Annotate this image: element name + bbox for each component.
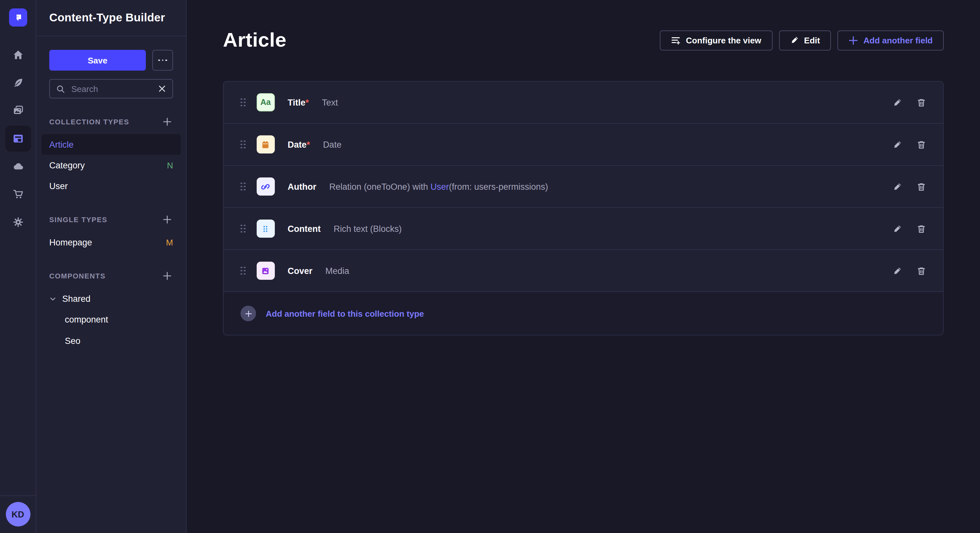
field-row-cover: Cover Media (224, 250, 943, 292)
sidebar-item-article[interactable]: Article (41, 134, 181, 155)
nav-deploy-cloud[interactable] (5, 154, 31, 179)
media-library-icon (12, 105, 24, 117)
field-row-title: Aa Title* Text (224, 82, 943, 124)
drag-handle[interactable] (240, 182, 246, 191)
main-content: Article Configure the view Edit (187, 0, 980, 533)
sidebar-item-component[interactable]: component (41, 309, 181, 330)
edit-field-button[interactable] (892, 140, 902, 149)
required-asterisk: * (307, 140, 310, 149)
edit-field-button[interactable] (892, 224, 902, 233)
components-list: Shared component Seo (41, 288, 181, 352)
trash-icon (916, 266, 926, 276)
footer-label: Add another field to this collection typ… (266, 309, 424, 318)
sidebar-item-user[interactable]: User (41, 176, 181, 196)
field-name: Title* (288, 97, 309, 107)
header-actions: Configure the view Edit Add another fiel… (660, 30, 944, 50)
plus-icon (163, 271, 172, 281)
add-another-field-button[interactable]: Add another field (837, 30, 944, 50)
button-label: Edit (804, 35, 820, 45)
cart-icon (12, 189, 24, 200)
pencil-icon (892, 182, 902, 191)
sidebar-item-seo[interactable]: Seo (41, 330, 181, 352)
pencil-icon (892, 97, 902, 107)
configure-view-button[interactable]: Configure the view (660, 30, 773, 50)
text-field-icon: Aa (257, 93, 275, 111)
plugin-title: Content-Type Builder (49, 11, 165, 25)
nav-content-type-builder[interactable] (5, 125, 31, 152)
field-name: Cover (288, 266, 313, 276)
field-type: Media (325, 266, 349, 276)
section-label: SINGLE TYPES (49, 216, 107, 224)
item-label: Homepage (49, 237, 92, 247)
avatar[interactable]: KD (5, 502, 30, 527)
sidebar-item-homepage[interactable]: Homepage M (41, 232, 181, 252)
sidebar-item-category[interactable]: Category N (41, 155, 181, 176)
plus-icon (163, 117, 172, 126)
trash-icon (916, 97, 926, 107)
save-button[interactable]: Save (49, 50, 146, 71)
pencil-icon (790, 36, 799, 45)
sidebar-body: Save COLLECTION TYPES (36, 50, 186, 352)
add-single-type-button[interactable] (161, 214, 173, 225)
trash-icon (916, 140, 926, 149)
drag-handle[interactable] (240, 224, 246, 233)
item-label: Article (49, 140, 73, 149)
clear-search-icon[interactable] (158, 85, 166, 93)
field-type: Date (323, 140, 342, 149)
ellipsis-icon (158, 59, 160, 61)
nav-home[interactable] (5, 42, 31, 68)
chevron-down-icon (49, 295, 56, 302)
nav-marketplace[interactable] (5, 181, 31, 207)
field-type: Relation (oneToOne) with User(from: user… (329, 182, 548, 191)
plus-circle-icon (240, 306, 256, 321)
status-badge: M (166, 237, 173, 247)
field-row-date: Date* Date (224, 124, 943, 166)
drag-handle[interactable] (240, 98, 246, 106)
row-actions (892, 224, 926, 233)
status-badge: N (167, 160, 173, 170)
single-types-header: SINGLE TYPES (49, 214, 173, 225)
delete-field-button[interactable] (916, 182, 926, 191)
trash-icon (916, 224, 926, 233)
gear-icon (12, 216, 24, 228)
item-label: component (65, 315, 108, 324)
content-type-builder-app: KD Content-Type Builder Save (0, 0, 980, 533)
item-label: Seo (65, 336, 80, 346)
strapi-logo[interactable] (9, 8, 27, 27)
nav-settings[interactable] (5, 209, 31, 235)
delete-field-button[interactable] (916, 97, 926, 107)
field-type: Text (322, 97, 338, 107)
edit-field-button[interactable] (892, 182, 902, 191)
required-asterisk: * (305, 97, 309, 107)
search-box (49, 79, 173, 98)
drag-handle[interactable] (240, 140, 246, 149)
nav-media-library[interactable] (5, 98, 31, 124)
relation-target-link[interactable]: User (430, 182, 449, 191)
add-collection-type-button[interactable] (161, 116, 173, 128)
rail-nav (5, 42, 31, 235)
nav-content-manager[interactable] (5, 70, 31, 96)
fields-table: Aa Title* Text (223, 81, 944, 335)
section-label: COMPONENTS (49, 272, 106, 280)
nav-rail: KD (0, 0, 36, 533)
media-field-icon (257, 262, 275, 280)
delete-field-button[interactable] (916, 224, 926, 233)
trash-icon (916, 182, 926, 191)
drag-handle[interactable] (240, 266, 246, 275)
edit-field-button[interactable] (892, 97, 902, 107)
content-type-builder-icon (12, 133, 24, 144)
edit-button[interactable]: Edit (779, 30, 831, 50)
row-actions (892, 182, 926, 191)
more-options-button[interactable] (152, 50, 173, 71)
delete-field-button[interactable] (916, 140, 926, 149)
search-input[interactable] (70, 83, 153, 94)
add-component-button[interactable] (161, 270, 173, 282)
row-actions (892, 266, 926, 276)
pencil-icon (892, 140, 902, 149)
component-group-shared[interactable]: Shared (41, 288, 181, 309)
edit-field-button[interactable] (892, 266, 902, 276)
delete-field-button[interactable] (916, 266, 926, 276)
item-label: Category (49, 160, 85, 170)
item-label: User (49, 181, 68, 191)
add-field-footer-button[interactable]: Add another field to this collection typ… (224, 292, 943, 335)
